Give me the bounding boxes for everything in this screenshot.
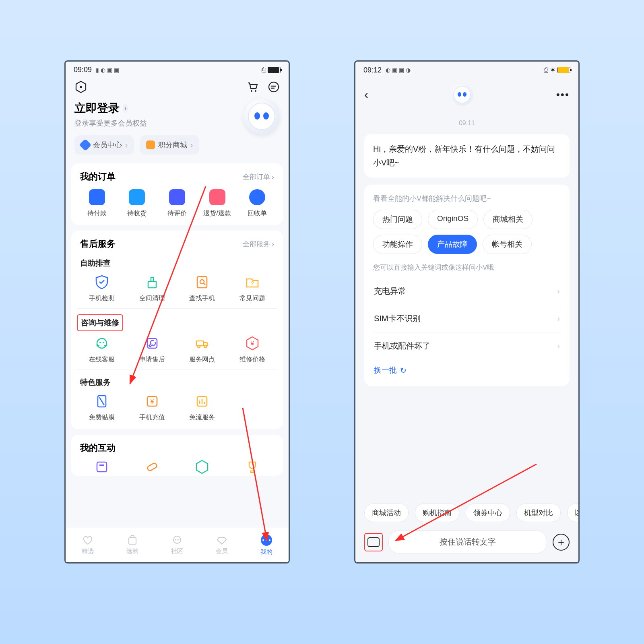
qchip-guide[interactable]: 购机指南 <box>415 504 459 522</box>
consult-apply[interactable]: 申请售后 <box>127 335 178 364</box>
chevron-right-icon: › <box>557 341 560 351</box>
points-mall-label: 积分商城 <box>158 140 187 150</box>
bot-avatar[interactable] <box>244 98 280 134</box>
orders-title: 我的订单 <box>80 171 116 183</box>
svg-rect-22 <box>97 462 107 472</box>
self-faq[interactable]: ?常见问题 <box>227 274 278 303</box>
question-folder-icon: ? <box>244 274 260 290</box>
chevron-right-icon: › <box>123 104 128 113</box>
order-refund[interactable]: 退货/退款 <box>197 189 237 218</box>
label: 免费贴膜 <box>89 413 115 422</box>
faq-charging[interactable]: 充电异常› <box>373 278 561 305</box>
qchip-more[interactable]: 以 <box>567 504 578 522</box>
back-button[interactable]: ‹ <box>364 88 368 101</box>
comment-icon <box>169 189 185 205</box>
wrench-icon <box>144 335 160 351</box>
heart-icon <box>82 535 93 545</box>
label: 免流服务 <box>189 413 215 422</box>
order-recycle[interactable]: 回收单 <box>237 189 277 218</box>
cart-icon[interactable] <box>247 81 259 93</box>
add-button[interactable]: ＋ <box>553 534 570 551</box>
consult-online-service[interactable]: 在线客服 <box>77 335 127 364</box>
chip-account[interactable]: 帐号相关 <box>483 235 532 254</box>
faq-sim[interactable]: SIM卡不识别› <box>373 305 561 332</box>
qchip-compare[interactable]: 机型对比 <box>516 504 561 522</box>
svg-point-3 <box>255 90 256 92</box>
self-clean[interactable]: 空间清理 <box>127 274 178 303</box>
refresh-button[interactable]: 换一批↻ <box>373 359 561 377</box>
tab-member[interactable]: 会员 <box>199 535 244 555</box>
label: 手机充值 <box>139 413 165 422</box>
label: 查找手机 <box>189 294 215 303</box>
points-mall-button[interactable]: 积分商城 › <box>140 135 199 155</box>
interact-3[interactable] <box>177 459 227 475</box>
status-bar: 09:12 ◐ ▣ ▣ ◑ ⎙ ✶ <box>355 62 578 77</box>
consult-repair-price[interactable]: ¥维修价格 <box>227 335 278 364</box>
self-phone-check[interactable]: 手机检测 <box>77 274 127 303</box>
chip-originos[interactable]: OriginOS <box>428 210 478 229</box>
interact-2[interactable] <box>127 459 178 475</box>
faq-broken[interactable]: 手机或配件坏了› <box>373 332 561 359</box>
order-pending-review[interactable]: 待评价 <box>157 189 197 218</box>
search-phone-icon <box>194 274 210 290</box>
message-icon[interactable] <box>268 81 280 93</box>
label: 待付款 <box>87 209 107 218</box>
status-time: 09:09 <box>74 66 92 74</box>
panel-heading: 看看全能的小V都能解决什么问题吧~ <box>373 194 561 203</box>
tab-community[interactable]: 社区 <box>155 535 200 555</box>
interact-1[interactable] <box>77 459 127 475</box>
status-icons: ▮ ◐ ▣ ▣ <box>94 67 119 73</box>
help-panel: 看看全能的小V都能解决什么问题吧~ 热门问题 OriginOS 商城相关 功能操… <box>364 185 570 386</box>
greeting-bubble: Hi，亲爱的V粉，新年快乐！有什么问题，不妨问问小V吧~ <box>364 134 570 178</box>
member-center-label: 会员中心 <box>93 140 122 150</box>
tab-label: 我的 <box>260 548 272 556</box>
status-time: 09:12 <box>363 66 382 74</box>
qchip-activity[interactable]: 商城活动 <box>364 504 409 522</box>
special-recharge[interactable]: ¥手机充值 <box>127 393 178 422</box>
special-free-film[interactable]: 免费贴膜 <box>77 393 127 422</box>
diamond-icon <box>216 535 227 545</box>
svg-point-28 <box>175 539 176 540</box>
chevron-right-icon: › <box>557 314 560 323</box>
svg-point-15 <box>204 345 206 348</box>
self-find-phone[interactable]: 查找手机 <box>177 274 227 303</box>
svg-point-10 <box>99 342 101 343</box>
special-free-data[interactable]: 免流服务 <box>177 393 227 422</box>
tab-shop[interactable]: 选购 <box>110 535 155 555</box>
bot-avatar[interactable] <box>451 83 473 106</box>
consult-network[interactable]: 服务网点 <box>177 335 227 364</box>
post-icon <box>94 459 110 475</box>
member-center-button[interactable]: 会员中心 › <box>74 135 134 155</box>
svg-rect-13 <box>196 341 204 346</box>
order-pending-pay[interactable]: 待付款 <box>77 189 117 218</box>
chevron-right-icon: › <box>125 141 128 149</box>
more-button[interactable]: ••• <box>556 89 570 101</box>
settings-hex-icon[interactable] <box>74 80 87 93</box>
recharge-icon: ¥ <box>144 393 160 409</box>
aftersale-card: 售后服务 全部服务 › 自助排查 手机检测 空间清理 查找手机 ?常见问题 咨询… <box>71 231 283 429</box>
quick-chips: 商城活动 购机指南 领券中心 机型对比 以 <box>355 504 578 522</box>
chip-mall[interactable]: 商城相关 <box>483 210 533 229</box>
svg-point-14 <box>198 345 200 348</box>
svg-point-9 <box>97 339 107 348</box>
svg-point-7 <box>200 280 204 284</box>
order-pending-receive[interactable]: 待收货 <box>117 189 157 218</box>
tab-label: 精选 <box>82 547 94 555</box>
keyboard-toggle[interactable] <box>364 533 383 551</box>
svg-rect-23 <box>99 464 104 466</box>
qchip-coupon[interactable]: 领券中心 <box>466 504 510 522</box>
refresh-icon: ↻ <box>400 366 407 375</box>
tab-mine[interactable]: 我的 <box>244 535 289 556</box>
chip-hot[interactable]: 热门问题 <box>373 210 422 229</box>
interact-4[interactable] <box>227 459 278 475</box>
tab-featured[interactable]: 精选 <box>66 535 110 555</box>
svg-point-1 <box>80 86 82 88</box>
aftersale-more-link[interactable]: 全部服务 › <box>243 239 274 249</box>
label: 服务网点 <box>189 355 215 364</box>
svg-rect-6 <box>197 277 207 288</box>
chip-product-fault[interactable]: 产品故障 <box>428 235 477 254</box>
orders-more-link[interactable]: 全部订单 › <box>243 172 274 182</box>
chip-function[interactable]: 功能操作 <box>373 235 422 254</box>
voice-input[interactable]: 按住说话转文字 <box>388 530 547 553</box>
svg-point-29 <box>177 539 178 540</box>
